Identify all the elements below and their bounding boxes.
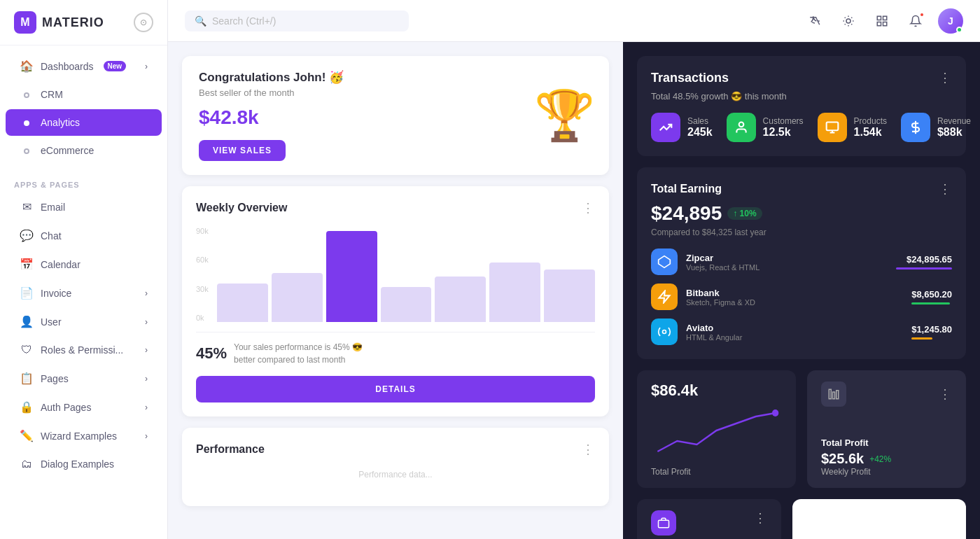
sidebar-item-calendar[interactable]: 📅 Calendar <box>6 251 162 278</box>
sidebar-item-dashboards[interactable]: 🏠 Dashboards New › <box>6 52 162 80</box>
earning-amount: $24,895 ↑ 10% <box>651 202 952 225</box>
weekly-title: Weekly Overview <box>196 202 287 214</box>
sidebar-item-label: Auth Pages <box>41 402 91 413</box>
search-bar[interactable]: 🔍 Search (Ctrl+/) <box>185 10 409 31</box>
earning-amount-value: $24,895 <box>651 202 722 225</box>
sidebar-item-user[interactable]: 👤 User › <box>6 308 162 335</box>
record-icon[interactable]: ⊙ <box>134 13 153 32</box>
sidebar-item-invoice[interactable]: 📄 Invoice › <box>6 279 162 307</box>
content-left: Congratulations John! 🥳 Best seller of t… <box>168 42 623 539</box>
weekly-profit-header: ⋮ <box>821 382 952 407</box>
avatar[interactable]: J <box>938 8 963 34</box>
sidebar-item-ecommerce[interactable]: eCommerce <box>6 137 162 164</box>
weekly-profit-menu[interactable]: ⋮ <box>939 386 952 402</box>
sidebar-item-roles[interactable]: 🛡 Roles & Permissi... › <box>6 337 162 363</box>
new-project-info <box>651 510 676 536</box>
metric-sales: Sales 245k <box>651 113 713 142</box>
new-project-header: ⋮ <box>651 510 767 536</box>
search-placeholder: Search (Ctrl+/) <box>212 15 276 27</box>
zipcar-name: Zipcar <box>686 253 888 263</box>
aviato-bar <box>911 337 932 340</box>
bitbank-amount-area: $8,650.20 <box>911 289 952 304</box>
svg-point-10 <box>663 330 666 334</box>
project-tech-row: ⋮ 2,856 New Project 862 -18% <box>637 499 966 539</box>
weekly-profit-title: Total Profit <box>821 438 952 448</box>
sidebar-item-dialog[interactable]: 🗂 Dialog Examples <box>6 451 162 477</box>
content-right: Transactions ⋮ Total 48.5% growth 😎 this… <box>623 42 980 539</box>
grid-layout-icon[interactable] <box>871 10 893 32</box>
zipcar-amount: $24,895.65 <box>896 254 952 265</box>
earning-menu-button[interactable]: ⋮ <box>939 181 952 197</box>
metric-customers: Customers 12.5k <box>727 113 804 142</box>
weekly-profit-label: Weekly Profit <box>821 467 952 477</box>
products-icon <box>818 113 847 142</box>
apps-pages-label: APPS & PAGES <box>0 171 167 192</box>
zipcar-amount-area: $24,895.65 <box>896 254 952 270</box>
translate-icon[interactable] <box>804 10 826 32</box>
aviato-amount: $1,245.80 <box>911 324 952 335</box>
weekly-bar-chart <box>217 224 595 322</box>
metric-sales-info: Sales 245k <box>687 116 713 139</box>
aviato-name: Aviato <box>686 323 903 333</box>
avatar-status-indicator <box>956 27 962 33</box>
total-profit-amount: $86.4k <box>651 382 782 400</box>
bitbank-amount: $8,650.20 <box>911 289 952 300</box>
sidebar-item-crm[interactable]: CRM <box>6 81 162 108</box>
view-sales-button[interactable]: VIEW SALES <box>199 140 286 161</box>
sidebar-item-pages[interactable]: 📋 Pages › <box>6 365 162 392</box>
sidebar-item-label: CRM <box>41 89 63 100</box>
ecommerce-dot-icon <box>20 144 34 157</box>
logo-text: MATERIO <box>42 15 104 30</box>
sales-icon <box>651 113 680 142</box>
sun-icon[interactable] <box>837 10 860 32</box>
zipcar-info: Zipcar Vuejs, React & HTML <box>686 253 888 272</box>
sidebar-item-label: User <box>41 316 62 328</box>
transactions-menu-button[interactable]: ⋮ <box>939 70 952 85</box>
analytics-dot-icon <box>20 116 34 129</box>
aviato-amount-area: $1,245.80 <box>911 324 952 340</box>
sidebar-item-label: Analytics <box>41 117 80 128</box>
congrats-title: Congratulations John! 🥳 <box>199 70 526 85</box>
sales-label: Sales <box>687 116 713 126</box>
svg-rect-3 <box>877 22 881 25</box>
sidebar-item-email[interactable]: ✉ Email <box>6 193 162 220</box>
svg-point-11 <box>772 410 778 416</box>
y-label-0k: 0k <box>196 314 211 322</box>
new-project-menu[interactable]: ⋮ <box>754 510 767 526</box>
metric-revenue-info: Revenue $88k <box>937 116 971 139</box>
sidebar-item-label: Wizard Examples <box>41 430 117 442</box>
trophy-icon: 🏆 <box>534 87 595 144</box>
sidebar-item-wizard[interactable]: ✏️ Wizard Examples › <box>6 422 162 449</box>
perf-menu-button[interactable]: ⋮ <box>582 442 595 457</box>
revenue-label: Revenue <box>937 116 971 126</box>
sidebar-item-label: Roles & Permissi... <box>41 344 123 356</box>
sidebar-item-label: Chat <box>41 230 62 241</box>
sidebar-item-auth[interactable]: 🔒 Auth Pages › <box>6 393 162 421</box>
sidebar-item-analytics[interactable]: Analytics <box>6 109 162 136</box>
aviato-info: Aviato HTML & Angular <box>686 323 903 342</box>
main-area: 🔍 Search (Ctrl+/) J <box>168 0 980 539</box>
new-badge: New <box>104 61 127 71</box>
earning-title: Total Earning <box>651 183 722 195</box>
bitbank-info: Bitbank Sketch, Figma & XD <box>686 288 903 307</box>
congrats-content: Congratulations John! 🥳 Best seller of t… <box>199 70 526 161</box>
chat-icon: 💬 <box>20 229 34 242</box>
svg-rect-1 <box>877 16 881 20</box>
sidebar-item-chat[interactable]: 💬 Chat <box>6 222 162 249</box>
notification-bell-icon[interactable] <box>904 10 927 32</box>
project-icon-row <box>651 510 676 536</box>
search-icon: 🔍 <box>195 15 206 27</box>
bar-7 <box>544 270 595 322</box>
txn-aviato: Aviato HTML & Angular $1,245.80 <box>651 318 952 345</box>
svg-point-0 <box>846 19 850 23</box>
y-label-90k: 90k <box>196 227 211 235</box>
svg-point-5 <box>738 122 743 127</box>
details-button[interactable]: DETAILS <box>196 376 595 402</box>
svg-rect-2 <box>883 16 887 20</box>
weekly-menu-button[interactable]: ⋮ <box>582 200 595 216</box>
products-value: 1.54k <box>854 126 887 139</box>
profit-label: Total Profit <box>651 467 782 477</box>
transaction-list: Zipcar Vuejs, React & HTML $24,895.65 <box>651 248 952 345</box>
metric-row: Sales 245k Customers 12.5k <box>651 113 952 142</box>
svg-rect-6 <box>826 122 838 131</box>
